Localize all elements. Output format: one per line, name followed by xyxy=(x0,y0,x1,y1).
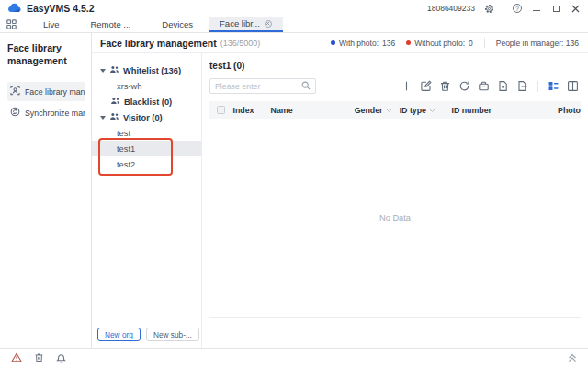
red-dot-icon xyxy=(406,40,411,45)
tree-node-label: test2 xyxy=(117,160,135,169)
apps-grid-icon[interactable] xyxy=(6,17,17,32)
gear-icon[interactable] xyxy=(483,3,494,14)
tabbar: Live Remote ... Devices Face libr... xyxy=(0,17,588,33)
collapse-up-icon[interactable] xyxy=(568,353,577,364)
with-photo-stat: With photo: 136 xyxy=(331,39,395,48)
export-file-icon[interactable] xyxy=(514,78,530,94)
select-all-checkbox[interactable] xyxy=(217,106,225,114)
sync-icon xyxy=(10,107,20,119)
column-header-index: Index xyxy=(232,106,270,115)
left-nav: Face library management Face library man… xyxy=(0,33,92,348)
no-data-text: No Data xyxy=(379,213,411,223)
column-header-gender: Gender xyxy=(355,106,400,115)
tree-footer: New org New sub-... xyxy=(92,328,201,348)
filter-caret-icon[interactable] xyxy=(429,106,435,115)
batch-box-icon[interactable] xyxy=(476,78,492,94)
blue-dot-icon xyxy=(331,40,335,45)
group-people-icon xyxy=(109,65,119,75)
table-view-icon[interactable] xyxy=(565,78,581,94)
face-scan-icon xyxy=(10,86,20,98)
without-photo-stat: Without photo: 0 xyxy=(406,39,473,48)
titlebar: EasyVMS 4.5.2 18086409233 ? xyxy=(0,0,588,17)
group-people-icon xyxy=(109,112,119,122)
column-header-id-number: ID number xyxy=(451,106,558,115)
tree-node-label: Blacklist (0) xyxy=(124,98,172,107)
tab-devices[interactable]: Devices xyxy=(146,17,209,32)
tab-live[interactable]: Live xyxy=(28,17,74,32)
tab-close-icon[interactable] xyxy=(265,20,272,28)
tree-node-test2[interactable]: test2 xyxy=(92,156,201,172)
selected-library-title: test1 (0) xyxy=(209,61,581,71)
chevron-down-icon[interactable] xyxy=(100,69,106,73)
filter-caret-icon[interactable] xyxy=(386,106,392,115)
library-table-panel: test1 (0) xyxy=(202,53,588,348)
tree-node-whitelist[interactable]: Whitelist (136) xyxy=(92,63,201,78)
delete-icon[interactable] xyxy=(437,78,453,94)
nav-item-synchronize-management[interactable]: Synchronize man... xyxy=(7,103,85,122)
app-title: EasyVMS 4.5.2 xyxy=(27,3,95,14)
tree-node-label: test1 xyxy=(117,144,135,154)
account-number: 18086409233 xyxy=(427,4,475,13)
chevron-down-icon[interactable] xyxy=(100,116,106,120)
app-logo-cloud-icon xyxy=(7,3,22,15)
maximize-button[interactable] xyxy=(550,3,561,14)
people-in-manager-stat: People in manager: 136 xyxy=(496,39,579,48)
refresh-icon[interactable] xyxy=(457,78,472,94)
tree-node-label: Whitelist (136) xyxy=(123,66,181,75)
bell-icon[interactable] xyxy=(56,352,66,365)
page-header: Face library management (136/5000) With … xyxy=(92,33,588,53)
bin-icon[interactable] xyxy=(34,352,44,364)
nav-title: Face library management xyxy=(7,41,85,67)
column-header-id-type: ID type xyxy=(400,106,452,115)
table-toolbar xyxy=(209,78,581,94)
titlebar-divider xyxy=(503,4,503,13)
nav-item-label: Synchronize man... xyxy=(25,109,85,118)
tree-node-label: test xyxy=(117,129,130,138)
nav-item-label: Face library mana... xyxy=(25,87,85,97)
card-view-icon[interactable] xyxy=(546,78,561,94)
help-icon[interactable]: ? xyxy=(512,3,523,14)
easyvms-window: { "colors": { "accent_blue": "#2e6bd8", … xyxy=(0,0,588,368)
tab-remote[interactable]: Remote ... xyxy=(74,17,146,32)
search-input[interactable] xyxy=(215,82,301,91)
page-title: Face library management xyxy=(100,38,217,49)
content-area: Whitelist (136) xrs-wh Blacklist (0) xyxy=(92,53,588,348)
group-people-icon xyxy=(110,97,120,107)
tree-node-visitor[interactable]: Visitor (0) xyxy=(92,109,201,125)
main-area: Face library management (136/5000) With … xyxy=(92,33,588,348)
app-body: Face library management Face library man… xyxy=(0,33,588,348)
minimize-button[interactable] xyxy=(531,3,542,14)
people-table: Index Name Gender ID type ID number Phot… xyxy=(209,101,581,318)
add-icon[interactable] xyxy=(399,78,414,94)
tree-node-test[interactable]: test xyxy=(92,125,201,141)
tree-node-xrs-wh[interactable]: xrs-wh xyxy=(92,78,201,94)
search-box xyxy=(209,78,316,94)
edit-icon[interactable] xyxy=(418,78,434,94)
column-header-name: Name xyxy=(271,106,355,115)
capacity-count: (136/5000) xyxy=(220,39,261,48)
close-button[interactable] xyxy=(570,3,581,14)
alarm-triangle-icon[interactable] xyxy=(11,352,22,364)
search-icon[interactable] xyxy=(301,81,311,92)
tree-node-label: Visitor (0) xyxy=(123,113,163,122)
header-divider xyxy=(484,38,485,48)
tree-node-label: xrs-wh xyxy=(117,82,141,91)
statusbar xyxy=(0,348,588,368)
table-header-row: Index Name Gender ID type ID number Phot… xyxy=(209,101,581,119)
tree-node-blacklist[interactable]: Blacklist (0) xyxy=(92,94,201,109)
new-org-button[interactable]: New org xyxy=(97,328,141,341)
toolbar-divider xyxy=(537,81,538,92)
import-file-icon[interactable] xyxy=(495,78,511,94)
org-tree-panel: Whitelist (136) xrs-wh Blacklist (0) xyxy=(92,53,202,348)
tree-node-test1[interactable]: test1 xyxy=(92,141,201,156)
nav-item-face-library-management[interactable]: Face library mana... xyxy=(7,82,85,101)
table-body: No Data xyxy=(209,119,581,317)
new-sub-org-button[interactable]: New sub-... xyxy=(146,328,199,341)
column-header-photo: Photo xyxy=(558,106,581,115)
tab-face-library[interactable]: Face libr... xyxy=(209,17,283,32)
